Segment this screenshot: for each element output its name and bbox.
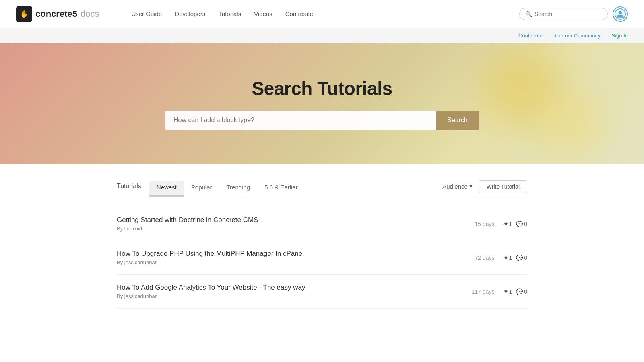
tutorial-author: By linuxoid. [117,226,447,232]
author-link[interactable]: jessicadunbar [124,293,157,299]
table-row: How To Upgrade PHP Using the MultiPHP Ma… [117,241,527,275]
tab-popular[interactable]: Popular [184,181,219,197]
comments-stat: 💬 0 [516,221,527,227]
likes-count: 1 [509,221,512,227]
tutorial-info: How To Add Google Analytics To Your Webs… [117,284,447,299]
tutorial-list: Getting Started with Doctrine in Concret… [117,207,527,309]
logo-link[interactable]: ✋ concrete5 docs [16,6,99,22]
hero-section: Search Tutorials Search [0,43,644,164]
comments-count: 0 [524,255,527,261]
audience-label: Audience [442,183,468,190]
nav-videos[interactable]: Videos [254,10,272,17]
hero-search-button[interactable]: Search [436,111,479,130]
logo-brand: concrete5 [35,9,77,19]
main-header: ✋ concrete5 docs User Guide Developers T… [0,0,644,28]
likes-count: 1 [509,255,512,261]
svg-point-1 [619,11,622,14]
hero-search-input[interactable] [165,111,436,130]
search-icon: 🔍 [525,11,532,17]
author-link[interactable]: linuxoid [124,226,142,232]
sub-header: Contribute Join our Community Sign In [0,28,644,43]
tabs-section-label: Tutorials [117,183,141,195]
main-content: Tutorials Newest Popular Trending 5.6 & … [101,164,543,333]
user-avatar[interactable] [613,6,628,22]
chevron-down-icon: ▾ [469,183,473,190]
logo-icon: ✋ [16,6,32,22]
tutorial-stats: ♥ 1 💬 0 [504,288,528,295]
tutorial-info: How To Upgrade PHP Using the MultiPHP Ma… [117,250,447,265]
audience-dropdown[interactable]: Audience ▾ [442,183,473,195]
tutorial-stats: ♥ 1 💬 0 [504,254,528,261]
tutorial-age: 117 days [466,288,495,295]
logo-docs: docs [80,9,99,19]
tutorial-stats: ♥ 1 💬 0 [504,220,528,227]
nav-contribute[interactable]: Contribute [285,10,313,17]
sub-community-link[interactable]: Join our Community [554,33,601,39]
tab-newest[interactable]: Newest [149,181,184,197]
comment-icon: 💬 [516,221,523,227]
tutorial-author: By jessicadunbar. [117,293,447,299]
tutorial-meta: 117 days ♥ 1 💬 0 [447,288,527,295]
write-tutorial-button[interactable]: Write Tutorial [479,180,527,193]
tutorial-meta: 72 days ♥ 1 💬 0 [447,254,527,261]
comments-count: 0 [524,288,527,295]
likes-stat: ♥ 1 [504,254,512,261]
tab-56earlier[interactable]: 5.6 & Earlier [257,181,305,197]
heart-icon: ♥ [504,254,508,261]
table-row: Getting Started with Doctrine in Concret… [117,207,527,241]
tutorial-age: 15 days [466,221,495,227]
heart-icon: ♥ [504,288,508,295]
comments-count: 0 [524,221,527,227]
nav-developers[interactable]: Developers [175,10,205,17]
comments-stat: 💬 0 [516,288,527,295]
tutorial-meta: 15 days ♥ 1 💬 0 [447,220,527,227]
table-row: How To Add Google Analytics To Your Webs… [117,275,527,309]
heart-icon: ♥ [504,220,508,227]
comment-icon: 💬 [516,255,523,261]
sub-signin-link[interactable]: Sign In [612,33,628,39]
main-nav: User Guide Developers Tutorials Videos C… [131,10,313,17]
tutorial-age: 72 days [466,255,495,261]
header-search-input[interactable] [535,11,602,17]
likes-stat: ♥ 1 [504,288,512,295]
tab-trending[interactable]: Trending [219,181,258,197]
sub-contribute-link[interactable]: Contribute [518,33,543,39]
tabs-row: Tutorials Newest Popular Trending 5.6 & … [117,180,527,197]
hero-search-row: Search [165,111,479,130]
author-link[interactable]: jessicadunbar [124,259,157,265]
nav-user-guide[interactable]: User Guide [131,10,162,17]
likes-count: 1 [509,288,512,295]
likes-stat: ♥ 1 [504,220,512,227]
nav-tutorials[interactable]: Tutorials [218,10,241,17]
tutorial-info: Getting Started with Doctrine in Concret… [117,216,447,232]
tutorial-title[interactable]: How To Upgrade PHP Using the MultiPHP Ma… [117,250,447,258]
header-right: 🔍 [519,6,628,22]
header-search-box[interactable]: 🔍 [519,8,608,20]
tutorial-author: By jessicadunbar. [117,259,447,265]
comments-stat: 💬 0 [516,255,527,261]
comment-icon: 💬 [516,288,523,295]
hero-content: Search Tutorials Search [0,78,644,130]
hero-title: Search Tutorials [252,78,392,99]
tutorial-title[interactable]: Getting Started with Doctrine in Concret… [117,216,447,224]
tutorial-title[interactable]: How To Add Google Analytics To Your Webs… [117,284,447,292]
